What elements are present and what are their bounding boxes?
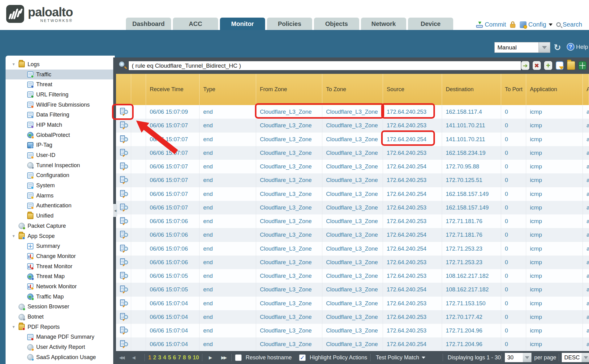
first-page-button[interactable]: ◀◀ — [119, 351, 124, 364]
type-cell[interactable]: end — [200, 256, 256, 269]
destination-cell[interactable]: 162.158.234.19 — [442, 146, 501, 160]
destination-cell[interactable]: 141.101.70.211 — [442, 133, 501, 146]
to-port-cell[interactable]: 0 — [501, 310, 526, 324]
sidebar-item-app-scope[interactable]: ▼App Scope — [6, 231, 115, 241]
action-cell[interactable]: a — [583, 337, 589, 351]
column-header-to-zone[interactable]: To Zone — [322, 74, 383, 105]
source-cell[interactable]: 172.64.240.254 — [383, 242, 442, 256]
action-cell[interactable]: a — [583, 173, 589, 187]
source-cell[interactable]: 172.64.240.253 — [383, 269, 442, 283]
from-zone-cell[interactable]: Cloudflare_L3_Zone — [256, 214, 322, 228]
from-zone-cell[interactable]: Cloudflare_L3_Zone — [256, 337, 322, 351]
to-zone-cell[interactable]: Cloudflare_L3_Zone — [322, 242, 383, 256]
destination-cell[interactable]: 172.71.181.76 — [442, 228, 501, 242]
application-cell[interactable]: icmp — [526, 228, 583, 242]
refresh-interval-select[interactable]: Manual — [494, 42, 550, 53]
from-zone-cell[interactable]: Cloudflare_L3_Zone — [256, 310, 322, 324]
sidebar-item-session-browser[interactable]: Session Browser — [6, 302, 115, 312]
saved-filters-icon[interactable] — [567, 61, 575, 70]
source-cell[interactable]: 172.64.240.253 — [383, 297, 442, 310]
sidebar-item-summary[interactable]: Summary — [6, 241, 115, 251]
from-zone-cell[interactable]: Cloudflare_L3_Zone — [256, 133, 322, 146]
sidebar-item-threat-map[interactable]: Threat Map — [6, 271, 115, 281]
sidebar-item-ip-tag[interactable]: IP-Tag — [6, 140, 115, 150]
to-zone-cell[interactable]: Cloudflare_L3_Zone — [322, 228, 383, 242]
lock-icon[interactable] — [510, 21, 516, 28]
page-number-8[interactable]: 8 — [183, 354, 186, 361]
destination-cell[interactable]: 172.71.181.76 — [442, 214, 501, 228]
destination-cell[interactable]: 172.71.153.150 — [442, 297, 501, 310]
action-cell[interactable]: a — [583, 228, 589, 242]
per-page-select[interactable]: 30 — [505, 351, 531, 364]
from-zone-cell[interactable]: Cloudflare_L3_Zone — [256, 201, 322, 214]
page-number-2[interactable]: 2 — [153, 354, 156, 361]
test-policy-match-button[interactable]: Test Policy Match — [376, 351, 425, 364]
column-header-source[interactable]: Source — [383, 74, 442, 105]
refresh-interval-caret[interactable] — [539, 42, 550, 53]
tab-network[interactable]: Network — [361, 18, 406, 30]
destination-cell[interactable]: 108.162.217.182 — [442, 269, 501, 283]
log-detail-icon[interactable] — [120, 231, 128, 239]
tab-acc[interactable]: ACC — [173, 18, 218, 30]
type-cell[interactable]: end — [200, 105, 256, 119]
type-cell[interactable]: end — [200, 187, 256, 201]
log-detail-icon[interactable] — [120, 299, 128, 307]
to-zone-cell[interactable]: Cloudflare_L3_Zone — [322, 105, 383, 119]
to-port-cell[interactable]: 0 — [501, 119, 526, 132]
to-port-cell[interactable]: 0 — [501, 283, 526, 296]
apply-filter-button[interactable]: ➔ — [521, 61, 529, 70]
sidebar-item-manage-pdf-summary[interactable]: Manage PDF Summary — [6, 332, 115, 342]
to-port-cell[interactable]: 0 — [501, 242, 526, 256]
sidebar-item-authentication[interactable]: Authentication — [6, 201, 115, 211]
action-cell[interactable]: a — [583, 133, 589, 146]
sidebar-item-user-id[interactable]: User-ID — [6, 150, 115, 160]
destination-cell[interactable]: 172.71.253.23 — [442, 242, 501, 256]
application-cell[interactable]: icmp — [526, 242, 583, 256]
export-logs-icon[interactable] — [578, 61, 587, 70]
from-zone-cell[interactable]: Cloudflare_L3_Zone — [256, 105, 322, 119]
application-cell[interactable]: icmp — [526, 214, 583, 228]
action-cell[interactable]: a — [583, 310, 589, 324]
column-header-a[interactable]: A — [583, 74, 589, 105]
log-detail-icon[interactable] — [120, 204, 128, 212]
log-detail-icon[interactable] — [120, 135, 128, 143]
log-detail-icon[interactable] — [120, 327, 128, 335]
sidebar-item-unified[interactable]: Unified — [6, 211, 115, 221]
sidebar-item-packet-capture[interactable]: Packet Capture — [6, 221, 115, 231]
sidebar-item-tunnel-inspection[interactable]: Tunnel Inspection — [6, 160, 115, 171]
sort-order-caret[interactable] — [582, 353, 589, 362]
action-cell[interactable]: a — [583, 105, 589, 119]
to-port-cell[interactable]: 0 — [501, 105, 526, 119]
action-cell[interactable]: a — [583, 283, 589, 296]
page-number-7[interactable]: 7 — [178, 354, 181, 361]
type-cell[interactable]: end — [200, 283, 256, 296]
application-cell[interactable]: icmp — [526, 201, 583, 214]
application-cell[interactable]: icmp — [526, 160, 583, 173]
to-zone-cell[interactable]: Cloudflare_L3_Zone — [322, 173, 383, 187]
prev-page-button[interactable]: ◀ — [132, 351, 135, 364]
refresh-icon[interactable]: ↻ — [554, 42, 561, 53]
to-port-cell[interactable]: 0 — [501, 133, 526, 146]
page-number-1[interactable]: 1 — [148, 354, 151, 361]
sort-order-select[interactable]: DESC — [562, 351, 589, 364]
page-number-3[interactable]: 3 — [158, 354, 161, 361]
next-page-button[interactable]: ▶ — [209, 351, 211, 364]
type-cell[interactable]: end — [200, 160, 256, 173]
sidebar-item-network-monitor[interactable]: Network Monitor — [6, 281, 115, 292]
action-cell[interactable]: a — [583, 324, 589, 337]
log-filter-input[interactable] — [128, 61, 521, 70]
type-cell[interactable]: end — [200, 201, 256, 214]
source-cell[interactable]: 172.64.240.254 — [383, 187, 442, 201]
sidebar-item-botnet[interactable]: Botnet — [6, 312, 115, 322]
sidebar-item-system[interactable]: System — [6, 180, 115, 191]
type-cell[interactable]: end — [200, 269, 256, 283]
sidebar-item-logs[interactable]: ▼Logs — [6, 59, 115, 70]
application-cell[interactable]: icmp — [526, 269, 583, 283]
type-cell[interactable]: end — [200, 173, 256, 187]
destination-cell[interactable]: 172.70.177.42 — [442, 310, 501, 324]
log-detail-icon[interactable] — [120, 340, 128, 348]
type-cell[interactable]: end — [200, 119, 256, 132]
log-detail-icon[interactable] — [120, 121, 128, 129]
to-port-cell[interactable]: 0 — [501, 269, 526, 283]
source-cell[interactable]: 172.64.240.253 — [383, 119, 442, 132]
